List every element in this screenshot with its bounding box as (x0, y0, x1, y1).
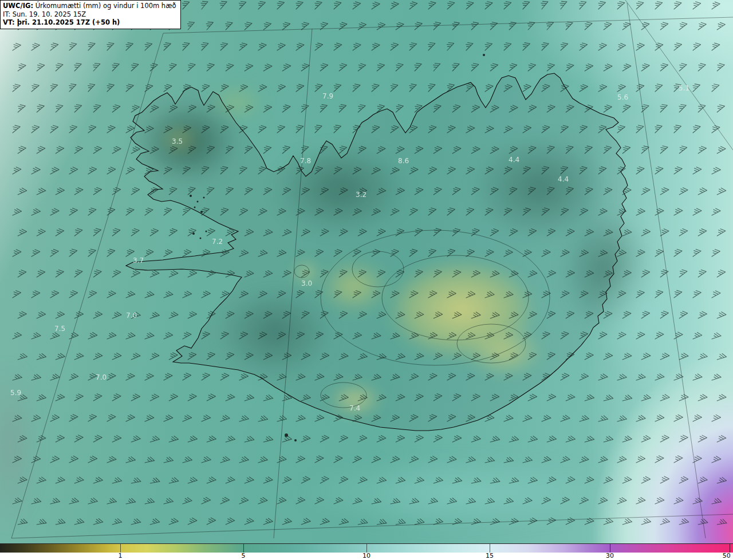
title-line-model: UWC/IG: Úrkomumætti (mm) og vindur i 100… (3, 2, 176, 10)
model-id: UWC/IG: (3, 2, 33, 10)
precipitation-field (0, 0, 733, 544)
title-text: Úrkomumætti (mm) og vindur i 100m hæð (33, 2, 176, 10)
colorbar-tick-label: 30 (606, 552, 614, 559)
valid-time: VT: þri. 21.10.2025 17Z (+50 h) (3, 18, 176, 27)
colorbar-tick-label: 1 (118, 552, 122, 559)
colorbar-tick-label: 50 (723, 552, 731, 559)
colorbar-tick-label: 15 (486, 552, 494, 559)
colorbar-tick-label: 5 (241, 552, 245, 559)
colorbar-labels: 1510153050 (0, 553, 733, 560)
colorbar-tick-label: 10 (362, 552, 371, 559)
init-time: IT: Sun. 19. 10. 2025 15Z (3, 10, 176, 19)
colorbar: 1510153050 (0, 543, 733, 560)
weather-map-page: 7.95.65.13.57.88.64.44.43.27.23.73.07.07… (0, 0, 733, 560)
title-box: UWC/IG: Úrkomumætti (mm) og vindur i 100… (0, 0, 181, 29)
